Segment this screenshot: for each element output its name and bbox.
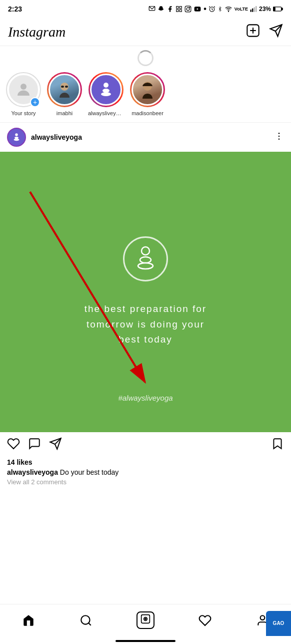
post-view-comments[interactable]: View all 2 comments xyxy=(7,478,284,486)
story-item-imabhi[interactable]: imabhi xyxy=(47,72,82,116)
grid-icon xyxy=(176,6,182,13)
reels-icon xyxy=(140,614,150,624)
instagram-status-icon xyxy=(184,6,192,13)
battery-icon xyxy=(273,6,283,12)
svg-point-27 xyxy=(104,83,108,88)
signal-icon xyxy=(250,6,257,13)
svg-rect-13 xyxy=(254,8,255,12)
post-more-button[interactable] xyxy=(274,131,284,144)
post-avatar[interactable] xyxy=(7,128,26,147)
svg-rect-16 xyxy=(282,8,283,10)
story-avatar-imabhi xyxy=(48,74,80,106)
battery-percent: 23% xyxy=(259,6,271,13)
status-icons: • VoLTE 23% xyxy=(148,5,283,14)
post-username[interactable]: alwaysliveyoga xyxy=(31,133,82,141)
yoga-avatar-icon xyxy=(96,80,116,100)
post-actions-left xyxy=(7,437,62,453)
svg-point-35 xyxy=(278,135,280,137)
story-item-alwaysliveyoga[interactable]: alwaysliveyoga xyxy=(88,72,124,116)
loader-area xyxy=(0,46,291,66)
story-avatar-wrapper-alwaysliveyoga xyxy=(88,72,124,107)
svg-point-39 xyxy=(138,263,153,269)
svg-rect-4 xyxy=(180,10,182,12)
post-image: the best preparation fortomorrow is doin… xyxy=(0,152,291,432)
yoga-icon-large xyxy=(130,244,160,274)
message-icon xyxy=(148,6,156,13)
post-actions xyxy=(0,432,291,456)
add-icon xyxy=(246,24,260,38)
search-icon xyxy=(80,614,92,627)
svg-rect-14 xyxy=(256,6,256,12)
svg-rect-26 xyxy=(65,86,68,88)
svg-point-29 xyxy=(101,92,111,96)
imabhi-figure xyxy=(54,80,74,100)
svg-rect-12 xyxy=(252,9,253,12)
story-label-your-story: Your story xyxy=(11,110,36,116)
svg-point-23 xyxy=(20,84,26,90)
heart-icon xyxy=(7,437,20,450)
nav-reels[interactable] xyxy=(136,611,154,629)
reels-button[interactable] xyxy=(136,611,154,629)
status-time: 2:23 xyxy=(8,5,22,13)
stories-section: + Your story imabhi xyxy=(0,66,291,123)
like-button[interactable] xyxy=(7,437,20,453)
comment-button[interactable] xyxy=(28,437,41,453)
youtube-icon xyxy=(194,6,202,13)
facebook-icon xyxy=(166,6,174,13)
instagram-logo: Instagram xyxy=(8,24,66,40)
status-bar: 2:23 • VoLTE 23% xyxy=(0,0,291,18)
dm-icon xyxy=(269,24,283,38)
svg-point-38 xyxy=(140,257,151,263)
post-likes: 14 likes xyxy=(7,458,284,466)
header-actions xyxy=(246,24,283,41)
svg-point-33 xyxy=(14,139,20,141)
story-avatar-alwaysliveyoga xyxy=(90,74,122,106)
share-button[interactable] xyxy=(49,437,62,453)
story-avatar-madisonbeer xyxy=(132,74,164,106)
svg-point-28 xyxy=(102,89,110,93)
svg-rect-1 xyxy=(176,7,178,9)
story-label-madisonbeer: madisonbeer xyxy=(132,110,164,116)
save-button[interactable] xyxy=(271,437,284,453)
add-post-button[interactable] xyxy=(246,24,260,41)
madisonbeer-figure xyxy=(138,80,158,100)
post-avatar-yoga-icon xyxy=(11,132,22,143)
nav-search[interactable] xyxy=(80,614,92,627)
story-item-your-story[interactable]: + Your story xyxy=(6,72,41,116)
story-item-madisonbeer[interactable]: madisonbeer xyxy=(130,72,165,116)
story-avatar-wrapper-your-story: + xyxy=(6,72,41,107)
svg-rect-17 xyxy=(274,8,275,11)
svg-rect-2 xyxy=(180,7,182,9)
add-story-button[interactable]: + xyxy=(30,97,40,107)
dot-separator: • xyxy=(204,5,206,14)
home-icon xyxy=(22,614,35,627)
svg-point-10 xyxy=(228,11,228,12)
alarm-icon xyxy=(208,6,216,13)
svg-rect-5 xyxy=(185,6,191,12)
post-info: 14 likes alwaysliveyoga Do your best tod… xyxy=(0,456,291,491)
svg-point-37 xyxy=(142,247,150,255)
stories-scroll: + Your story imabhi xyxy=(0,72,291,116)
volte-icon: VoLTE xyxy=(234,7,248,12)
post-hashtag: #alwaysliveyoga xyxy=(118,394,172,402)
snapchat-icon xyxy=(158,6,164,13)
nav-activity[interactable] xyxy=(198,614,212,627)
header: Instagram xyxy=(0,18,291,46)
wifi-icon xyxy=(224,6,232,13)
person-icon xyxy=(14,81,32,99)
direct-messages-button[interactable] xyxy=(269,24,283,41)
post-caption-username[interactable]: alwaysliveyoga xyxy=(7,468,58,476)
bottom-nav: GAO xyxy=(0,604,291,644)
story-label-imabhi: imabhi xyxy=(56,110,72,116)
svg-rect-3 xyxy=(176,10,178,12)
svg-line-41 xyxy=(30,192,145,382)
loader-circle xyxy=(138,50,154,66)
post-yoga-icon xyxy=(123,236,168,281)
gao-overlay: GAO xyxy=(266,611,291,636)
svg-rect-11 xyxy=(250,10,252,12)
nav-home[interactable] xyxy=(22,614,35,627)
svg-point-32 xyxy=(14,137,18,139)
svg-point-31 xyxy=(15,133,18,136)
svg-rect-25 xyxy=(61,86,64,88)
more-dots-icon xyxy=(274,131,284,141)
